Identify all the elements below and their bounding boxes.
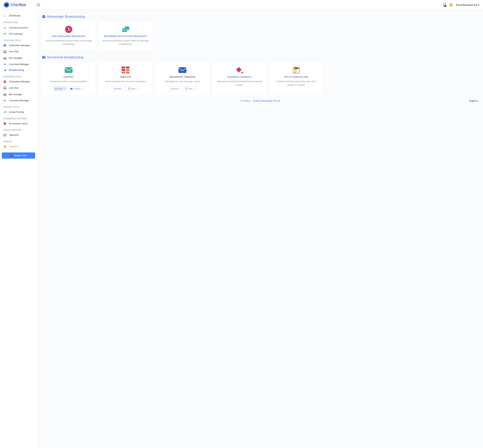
svg-rect-9	[4, 134, 6, 136]
language-selector[interactable]: English ▾	[469, 100, 478, 102]
sidebar-heading-integrations: INTEGRATIONS	[0, 19, 37, 24]
card-title: OPT-IN FORM BUILDER	[284, 76, 308, 78]
card-title: BROADCAST CAMPAIGN	[170, 76, 195, 78]
card-desc: One-time notification request follow-up …	[45, 39, 92, 46]
sidebar-item-fb-bot[interactable]: 🤖Bot manager	[0, 55, 37, 61]
sidebar-item-fb-broadcast[interactable]: Broadcasting	[0, 67, 37, 73]
svg-point-3	[7, 4, 7, 5]
sidebar-item-social[interactable]: Social Posting	[0, 109, 37, 115]
sidebar-item-dashboard[interactable]: ♨Dashboard	[0, 12, 37, 19]
envelope-icon	[178, 66, 187, 74]
headset-icon: 🎧	[3, 86, 7, 90]
flame-icon: ♨	[3, 14, 7, 18]
sidebar-heading-posting: POSTING TOOLS	[0, 104, 37, 109]
sms-button[interactable]: 💬 Sms	[183, 86, 196, 91]
svg-rect-19	[65, 67, 73, 73]
card-title: SEQUENCE CAMPAIGN	[227, 76, 251, 78]
robot-icon: 🤖	[3, 56, 7, 60]
topbar: Cheifbot 0 Trend Business CO ▾	[0, 0, 483, 10]
sidebar-heading-admin: ADMINISTRATIONS	[0, 127, 37, 132]
group-button[interactable]: ▤ Group	[53, 86, 67, 91]
sidebar-heading-ecom: ECOMMERCE FEATURES	[0, 115, 37, 121]
reply-icon	[3, 99, 7, 102]
sidebar-item-ecommerce[interactable]: Ecommerce store	[0, 121, 37, 127]
section-title-messenger: Messenger Broadcasting	[42, 15, 478, 19]
support-desk-button[interactable]: 🎧Support desk	[2, 152, 35, 159]
sidebar-item-ig-subscriber[interactable]: Subscriber Manager	[0, 79, 37, 85]
form-icon	[292, 66, 301, 74]
card-template: TEMPLATE Saved templates for sms/email c…	[99, 62, 152, 95]
svg-point-2	[6, 5, 6, 5]
svg-point-7	[5, 81, 5, 82]
messenger-icon	[42, 15, 46, 18]
sidebar-item-api[interactable]: API channels	[0, 31, 37, 37]
card-desc: Recurring notification request follow-up…	[102, 39, 149, 46]
email-button[interactable]: ✉ Email	[112, 86, 125, 91]
svg-point-10	[4, 135, 5, 135]
sms-button[interactable]: 💬 Sms	[126, 86, 139, 91]
sidebar-item-appsumo[interactable]: Appsumo	[0, 132, 37, 138]
card-title: TEMPLATE	[120, 76, 131, 78]
footer-company-link[interactable]: iCollab Technologies Pvt Ltd	[253, 100, 280, 102]
card-desc: Custom sms/email subscribers opt-in form…	[273, 80, 320, 87]
clock-icon	[64, 26, 73, 33]
card-recurring-broadcast[interactable]: RECURRING NOTIFICATION BROADCAST Recurri…	[99, 21, 152, 50]
store-icon	[3, 122, 7, 125]
user-icon	[3, 44, 7, 47]
svg-rect-17	[122, 28, 127, 32]
card-desc: Saved templates for sms/email campaigns	[105, 80, 146, 83]
headset-icon: 🎧	[3, 49, 7, 54]
headset-icon: 🎧	[10, 154, 13, 157]
robot-icon: 🤖	[3, 92, 7, 96]
sidebar-item-fb-subscriber[interactable]: Subscriber Manager	[0, 42, 37, 48]
svg-rect-22	[122, 69, 125, 71]
card-broadcast-campaign: BROADCAST CAMPAIGN Campaign list, new ca…	[156, 62, 209, 95]
sidebar-item-payment[interactable]: Payment	[0, 144, 37, 150]
sidebar: ♨Dashboard INTEGRATIONS ⇆Connect Account…	[0, 10, 37, 448]
envelope-icon	[42, 56, 46, 59]
main-content: Messenger Broadcasting OTN SUBSCRIBER BR…	[37, 10, 483, 448]
sidebar-item-fb-comment[interactable]: Comment Manager	[0, 61, 37, 67]
svg-rect-8	[4, 124, 6, 125]
sidebar-item-ig-bot[interactable]: 🤖Bot manager	[0, 91, 37, 98]
sidebar-item-ig-livechat[interactable]: 🎧Live chat	[0, 85, 37, 91]
notifications-icon[interactable]: 0	[443, 3, 446, 7]
reply-icon	[3, 63, 7, 65]
card-otn-broadcast[interactable]: OTN SUBSCRIBER BROADCAST One-time notifi…	[42, 21, 95, 50]
user-menu[interactable]: Trend Business CO ▾	[456, 4, 479, 6]
footer-copyright: © CheifBot	[240, 100, 250, 102]
logo-icon	[4, 2, 9, 8]
footer: © CheifBot · iCollab Technologies Pvt Lt…	[42, 95, 478, 106]
card-desc: Sequence sms/email broadcasting for exte…	[216, 80, 263, 87]
sidebar-item-fb-livechat[interactable]: 🎧Live chat	[0, 48, 37, 55]
svg-point-13	[4, 147, 6, 148]
paint-bucket-icon	[235, 66, 244, 74]
svg-point-11	[4, 145, 6, 146]
svg-point-5	[5, 45, 5, 45]
svg-rect-23	[126, 69, 130, 71]
sidebar-item-ig-comment[interactable]: Comment Manager	[0, 98, 37, 104]
svg-point-27	[242, 72, 243, 73]
send-icon	[3, 69, 7, 72]
card-desc: Campaign list, new campaign, report	[165, 80, 200, 83]
menu-toggle-icon[interactable]	[37, 4, 40, 6]
svg-rect-20	[122, 66, 125, 68]
avatar[interactable]	[449, 3, 453, 7]
card-title: OTN SUBSCRIBER BROADCAST	[52, 35, 86, 37]
link-icon: ⇆	[3, 26, 7, 30]
section-title-sms: Sms/email broadcasting	[42, 55, 478, 59]
sidebar-heading-payment: PAYMENT	[0, 138, 37, 144]
sidebar-item-connect[interactable]: ⇆Connect Accounts	[0, 24, 37, 31]
logo[interactable]: Cheifbot	[4, 2, 26, 8]
share-icon	[3, 111, 7, 113]
svg-rect-26	[179, 67, 186, 73]
sidebar-heading-ig: INSTAGRAM TOOLS	[0, 73, 37, 79]
card-desc: Sms/email contact, contact group/label	[50, 80, 87, 83]
logo-text: Cheifbot	[10, 2, 26, 7]
card-sequence-campaign[interactable]: SEQUENCE CAMPAIGN Sequence sms/email bro…	[213, 62, 266, 95]
card-optin-form[interactable]: OPT-IN FORM BUILDER Custom sms/email sub…	[270, 62, 323, 95]
contact-button[interactable]: 👥 Contact	[68, 86, 84, 91]
svg-rect-18	[42, 56, 45, 59]
email-button[interactable]: ✉ Email	[169, 86, 182, 91]
mail-stack-icon	[121, 26, 130, 33]
